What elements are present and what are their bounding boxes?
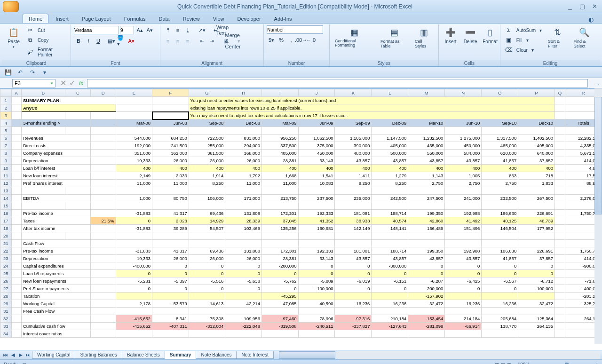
- row-header-27[interactable]: 27: [0, 285, 12, 293]
- cell[interactable]: [335, 232, 372, 240]
- cell[interactable]: 192,333: [298, 247, 335, 255]
- row-label[interactable]: [21, 315, 90, 323]
- cell[interactable]: [21, 127, 65, 135]
- cell[interactable]: [225, 232, 262, 240]
- col-header-O[interactable]: O: [482, 89, 518, 97]
- col-header-L[interactable]: L: [372, 89, 408, 97]
- fill-color-button[interactable]: 🪣▾: [117, 36, 126, 46]
- cell[interactable]: [518, 232, 555, 240]
- row-header-7[interactable]: 7: [0, 142, 12, 150]
- row-label[interactable]: Capital expenditures: [21, 262, 90, 270]
- cell[interactable]: 11,000: [225, 180, 262, 187]
- cell[interactable]: 390,000: [335, 142, 372, 150]
- period-header[interactable]: Sep-08: [189, 119, 225, 127]
- formula-bar-input[interactable]: [87, 79, 588, 87]
- cell[interactable]: 0: [298, 270, 335, 277]
- cell[interactable]: 480,000: [335, 150, 372, 157]
- align-bottom-button[interactable]: ⭳: [183, 25, 192, 35]
- cell[interactable]: 2,178: [116, 300, 152, 308]
- period-header[interactable]: Sep-09: [335, 119, 372, 127]
- period-header[interactable]: Dec-09: [372, 119, 408, 127]
- row-header-17[interactable]: 17: [0, 217, 12, 225]
- paste-button[interactable]: 📋 Paste ▾: [5, 25, 23, 50]
- col-header-K[interactable]: K: [335, 89, 372, 97]
- row-label[interactable]: Cash Flow: [21, 240, 90, 247]
- cell[interactable]: 405,000: [261, 150, 298, 157]
- sheet-tab-working-capital[interactable]: Working Capital: [32, 351, 75, 359]
- row-header-23[interactable]: 23: [0, 255, 12, 262]
- cell[interactable]: 33,143: [298, 157, 335, 165]
- cell[interactable]: -31,883: [116, 247, 152, 255]
- cell[interactable]: 0: [408, 262, 445, 270]
- col-header-I[interactable]: I: [261, 89, 298, 97]
- cell[interactable]: -400,000: [116, 262, 152, 270]
- cell[interactable]: 37,045: [261, 217, 298, 225]
- shrink-font-button[interactable]: A▾: [145, 25, 154, 35]
- cell[interactable]: 80,750: [152, 195, 189, 202]
- cell[interactable]: [445, 232, 482, 240]
- cell[interactable]: [152, 127, 189, 135]
- cell[interactable]: [408, 187, 445, 195]
- cell[interactable]: 1,062,500: [298, 135, 335, 142]
- row-header-14[interactable]: 14: [0, 195, 12, 202]
- cell[interactable]: [261, 127, 298, 135]
- cell[interactable]: 294,000: [225, 142, 262, 150]
- col-header-N[interactable]: N: [445, 89, 482, 97]
- cell[interactable]: 2,750: [408, 180, 445, 187]
- cut-button[interactable]: ✂Cut: [24, 25, 68, 35]
- cell[interactable]: -5,638: [225, 277, 262, 285]
- cell[interactable]: [518, 202, 555, 210]
- cell[interactable]: 550,000: [408, 150, 445, 157]
- cell[interactable]: -32,472: [518, 300, 555, 308]
- cell[interactable]: [116, 202, 152, 210]
- cell[interactable]: 2,750: [482, 180, 518, 187]
- summary-plan-label[interactable]: SUMMARY PLAN:: [21, 97, 116, 104]
- cell[interactable]: -240,511: [298, 323, 335, 330]
- cell[interactable]: [11, 127, 21, 135]
- cell[interactable]: 0: [518, 262, 555, 270]
- row-header-5[interactable]: 5: [0, 127, 12, 135]
- cell[interactable]: -6,567: [482, 277, 518, 285]
- cell[interactable]: -32,472: [408, 300, 445, 308]
- cell[interactable]: 0: [189, 285, 225, 293]
- cell[interactable]: 584,000: [445, 150, 482, 157]
- cell[interactable]: 192,333: [298, 210, 335, 217]
- cell[interactable]: [11, 187, 21, 195]
- cell[interactable]: -14,613: [189, 300, 225, 308]
- cell[interactable]: [152, 202, 189, 210]
- cell[interactable]: 8,250: [335, 180, 372, 187]
- align-right-button[interactable]: ≡: [183, 36, 192, 46]
- cell[interactable]: [372, 187, 408, 195]
- font-name-combo[interactable]: [74, 26, 119, 34]
- cell[interactable]: 37,857: [518, 255, 555, 262]
- cell[interactable]: [445, 293, 482, 300]
- cell[interactable]: 264,135: [518, 323, 555, 330]
- find-select-button[interactable]: 🔍Find & Select: [571, 25, 597, 50]
- conditional-formatting-button[interactable]: ▦Conditional Formatting: [333, 25, 376, 49]
- cell[interactable]: 0: [261, 270, 298, 277]
- cell[interactable]: 237,500: [298, 195, 335, 202]
- cell[interactable]: 26,000: [225, 255, 262, 262]
- cell[interactable]: 146,504: [482, 225, 518, 232]
- cell[interactable]: 43,857: [445, 157, 482, 165]
- cell[interactable]: 863: [482, 172, 518, 180]
- cell[interactable]: 106,000: [189, 195, 225, 202]
- cell[interactable]: 41,857: [482, 157, 518, 165]
- zoom-level[interactable]: 100%: [518, 362, 530, 364]
- cell[interactable]: 362,000: [152, 150, 189, 157]
- cell[interactable]: -42,214: [225, 300, 262, 308]
- copy-button[interactable]: ⧉Copy: [24, 35, 68, 45]
- cell[interactable]: 0: [298, 262, 335, 270]
- cell[interactable]: 0: [225, 270, 262, 277]
- col-header-B[interactable]: B: [21, 89, 65, 97]
- cell[interactable]: 103,469: [225, 225, 262, 232]
- cell[interactable]: 267,500: [518, 195, 555, 202]
- cell[interactable]: 199,350: [408, 247, 445, 255]
- cell[interactable]: -45,295: [261, 293, 298, 300]
- format-cells-button[interactable]: ▯Format: [481, 25, 499, 46]
- cell[interactable]: 1,317,500: [482, 135, 518, 142]
- cell[interactable]: 495,000: [518, 142, 555, 150]
- cell[interactable]: 226,691: [518, 210, 555, 217]
- row-header-20[interactable]: 20: [0, 232, 12, 240]
- cell[interactable]: 465,000: [482, 142, 518, 150]
